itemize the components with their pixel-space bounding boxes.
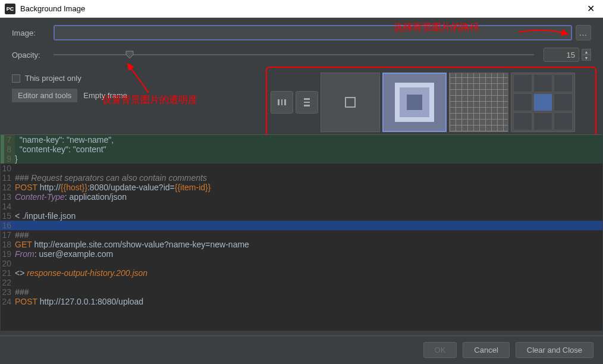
code-line[interactable]: 17### (1, 230, 602, 240)
code-line[interactable]: 22 (1, 278, 602, 287)
svg-rect-5 (284, 99, 286, 105)
code-line[interactable]: 19From: user@example.com (1, 249, 602, 259)
code-line[interactable]: 21<> response-output-history.200.json (1, 268, 602, 278)
code-line[interactable]: 23### (1, 287, 602, 297)
fill-position-option[interactable] (511, 73, 575, 132)
project-only-checkbox[interactable] (12, 74, 20, 83)
stepper-up-icon[interactable]: ▲ (582, 49, 591, 55)
close-icon[interactable]: ✕ (583, 3, 598, 14)
window-title: Background Image (20, 4, 583, 13)
svg-rect-9 (346, 98, 355, 107)
fill-tile-option[interactable] (449, 73, 508, 132)
code-editor[interactable]: 7 "name-key": "new-name",8 "content-key"… (1, 134, 602, 331)
code-line[interactable]: 9} (1, 154, 602, 164)
opacity-label: Opacity: (12, 51, 54, 59)
code-line[interactable]: 7 "name-key": "new-name", (1, 135, 602, 145)
svg-rect-7 (304, 102, 310, 103)
code-line[interactable]: 11### Request separators can also contai… (1, 173, 602, 183)
svg-rect-3 (278, 99, 279, 105)
code-line[interactable]: 14 (1, 202, 602, 211)
code-line[interactable]: 20 (1, 259, 602, 268)
svg-rect-4 (281, 99, 282, 105)
opacity-value-field[interactable]: 15 (544, 48, 579, 62)
flip-horizontal-button[interactable] (271, 91, 293, 114)
opacity-slider[interactable] (54, 54, 534, 55)
ok-button[interactable]: OK (423, 342, 457, 358)
browse-button[interactable]: … (576, 25, 591, 40)
title-bar: PC Background Image ✕ (0, 0, 603, 18)
code-line[interactable]: 13Content-Type: application/json (1, 192, 602, 202)
svg-rect-8 (304, 105, 310, 106)
code-line[interactable]: 8 "content-key": "content" (1, 145, 602, 154)
tab-empty-frame[interactable]: Empty frame (77, 89, 133, 102)
image-path-input[interactable]: ▼ (54, 25, 572, 40)
stepper-down-icon[interactable]: ▼ (582, 55, 591, 61)
code-line[interactable]: 15< ./input-file.json (1, 211, 602, 221)
svg-rect-11 (407, 95, 422, 110)
code-line[interactable]: 18GET http://example.site.com/show-value… (1, 240, 602, 249)
background-options-panel (266, 67, 596, 138)
code-line[interactable]: 10 (1, 164, 602, 173)
tab-editor-tools[interactable]: Editor and tools (12, 89, 77, 102)
fill-scale-option[interactable] (382, 73, 447, 132)
fill-plain-option[interactable] (321, 73, 380, 132)
button-bar: OK Cancel Clear and Close (0, 335, 603, 364)
code-line[interactable]: 24POST http://127.0.0.1:8080/upload (1, 297, 602, 306)
chevron-down-icon[interactable]: ▼ (561, 30, 567, 36)
code-line[interactable]: 16 (1, 221, 602, 230)
image-label: Image: (12, 29, 54, 37)
flip-vertical-button[interactable] (296, 91, 318, 114)
project-only-label: This project only (25, 74, 81, 83)
cancel-button[interactable]: Cancel (463, 342, 509, 358)
app-icon: PC (5, 4, 15, 14)
clear-close-button[interactable]: Clear and Close (516, 342, 593, 358)
svg-marker-0 (126, 51, 133, 58)
svg-rect-6 (304, 98, 310, 100)
opacity-stepper[interactable]: ▲ ▼ (582, 49, 591, 61)
slider-handle[interactable] (125, 50, 134, 59)
code-line[interactable]: 12POST http://{{host}}:8080/update-value… (1, 183, 602, 192)
